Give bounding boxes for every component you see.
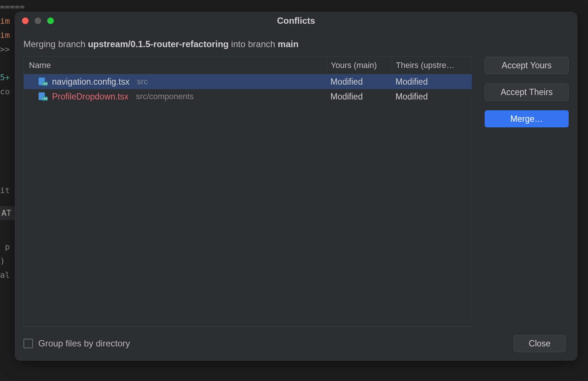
dialog-footer: Group files by directory Close	[15, 327, 577, 360]
file-name: navigation.config.tsx	[52, 77, 129, 87]
theirs-status: Modified	[392, 92, 472, 102]
yours-status: Modified	[327, 77, 392, 87]
yours-status: Modified	[327, 92, 392, 102]
file-path: src/components	[136, 92, 194, 101]
merge-prefix: Merging branch	[23, 39, 88, 49]
table-row[interactable]: TSX navigation.config.tsx src Modified M…	[24, 74, 472, 89]
theirs-status: Modified	[392, 77, 472, 87]
table-header: Name Yours (main) Theirs (upstre…	[24, 56, 472, 74]
merge-description: Merging branch upstream/0.1.5-router-ref…	[15, 29, 577, 56]
accept-yours-button[interactable]: Accept Yours	[485, 57, 569, 74]
window-controls	[22, 17, 54, 24]
close-button[interactable]: Close	[514, 335, 566, 352]
window-zoom-icon[interactable]	[47, 17, 54, 24]
conflicts-table: Name Yours (main) Theirs (upstre… TSX na…	[23, 56, 472, 327]
accept-theirs-button[interactable]: Accept Theirs	[485, 84, 569, 101]
target-branch: main	[278, 39, 298, 49]
svg-text:TSX: TSX	[42, 97, 48, 100]
tsx-file-icon: TSX	[37, 93, 48, 100]
file-name: ProfileDropdown.tsx	[52, 92, 129, 102]
conflicts-dialog: Conflicts Merging branch upstream/0.1.5-…	[15, 12, 577, 361]
merge-mid: into branch	[229, 39, 278, 49]
column-yours[interactable]: Yours (main)	[327, 56, 392, 74]
file-path: src	[137, 77, 148, 87]
tsx-file-icon: TSX	[37, 78, 48, 85]
column-name[interactable]: Name	[24, 61, 327, 70]
window-minimize-icon	[35, 17, 41, 24]
group-by-directory-row[interactable]: Group files by directory	[23, 338, 130, 349]
source-branch: upstream/0.1.5-router-refactoring	[88, 39, 229, 49]
window-close-icon[interactable]	[22, 17, 29, 24]
table-row[interactable]: TSX ProfileDropdown.tsx src/components M…	[24, 89, 472, 104]
action-buttons: Accept Yours Accept Theirs Merge…	[485, 56, 569, 327]
group-by-directory-checkbox[interactable]	[23, 339, 33, 348]
background-panel-tab: AT	[0, 206, 15, 220]
merge-button[interactable]: Merge…	[485, 110, 569, 127]
column-theirs[interactable]: Theirs (upstre…	[392, 56, 472, 74]
dialog-title: Conflicts	[277, 16, 315, 26]
svg-text:TSX: TSX	[42, 82, 48, 85]
group-by-directory-label: Group files by directory	[38, 338, 130, 349]
dialog-titlebar: Conflicts	[15, 12, 577, 29]
